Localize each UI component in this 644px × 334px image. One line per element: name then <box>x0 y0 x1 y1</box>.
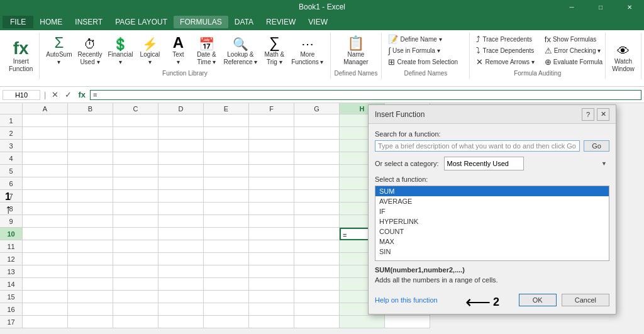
cell-A2[interactable] <box>23 127 68 140</box>
cell-C9[interactable] <box>113 215 158 228</box>
dialog-close-btn[interactable]: ✕ <box>597 108 609 121</box>
cell-B7[interactable] <box>68 190 113 203</box>
cell-G3[interactable] <box>294 140 340 152</box>
row-num-10[interactable]: 10 <box>0 228 23 240</box>
menu-file[interactable]: FILE <box>3 16 33 28</box>
cell-E7[interactable] <box>204 190 249 203</box>
cell-B5[interactable] <box>68 165 113 177</box>
cancel-formula-icon[interactable]: ✕ <box>50 89 60 100</box>
cell-C6[interactable] <box>113 177 158 190</box>
cell-F8[interactable] <box>249 203 294 215</box>
func-item-sin[interactable]: SIN <box>375 247 609 257</box>
row-num-5[interactable]: 5 <box>0 165 23 177</box>
cell-D10[interactable] <box>158 228 204 240</box>
func-item-if[interactable]: IF <box>375 206 609 216</box>
cell-F1[interactable] <box>249 114 294 127</box>
row-num-2[interactable]: 2 <box>0 127 23 140</box>
remove-arrows-btn[interactable]: ✕ Remove Arrows ▾ <box>474 57 536 67</box>
watch-window-btn[interactable]: 👁 WatchWindow <box>609 43 637 74</box>
use-in-formula-btn[interactable]: ∫ Use in Formula ▾ <box>386 45 465 56</box>
cell-E4[interactable] <box>204 152 249 165</box>
cell-D3[interactable] <box>158 140 204 152</box>
math-trig-btn[interactable]: ∑ Math &Trig ▾ <box>260 34 288 67</box>
trace-dependents-btn[interactable]: ⤵ Trace Dependents <box>474 45 536 56</box>
cell-E5[interactable] <box>204 165 249 177</box>
cell-C5[interactable] <box>113 165 158 177</box>
go-button[interactable]: Go <box>584 140 609 152</box>
row-num-11[interactable]: 11 <box>0 240 23 253</box>
cell-G5[interactable] <box>294 165 340 177</box>
cell-B4[interactable] <box>68 152 113 165</box>
menu-view[interactable]: VIEW <box>302 16 334 28</box>
row-num-6[interactable]: 6 <box>0 177 23 190</box>
row-num-12[interactable]: 12 <box>0 253 23 265</box>
cell-C1[interactable] <box>113 114 158 127</box>
cell-D2[interactable] <box>158 127 204 140</box>
cell-E6[interactable] <box>204 177 249 190</box>
cell-A9[interactable] <box>23 215 68 228</box>
financial-btn[interactable]: 💲 Financial▾ <box>105 36 135 67</box>
cell-E8[interactable] <box>204 203 249 215</box>
cell-G4[interactable] <box>294 152 340 165</box>
cell-A3[interactable] <box>23 140 68 152</box>
row-num-17[interactable]: 17 <box>0 316 23 328</box>
formula-input[interactable] <box>90 90 641 100</box>
name-manager-btn[interactable]: 📋 NameManager <box>341 35 370 67</box>
row-num-7[interactable]: 7 <box>0 190 23 203</box>
cell-C7[interactable] <box>113 190 158 203</box>
trace-precedents-btn[interactable]: ⤴ Trace Precedents <box>474 34 536 45</box>
col-header-D[interactable]: D <box>158 103 204 114</box>
col-header-C[interactable]: C <box>113 103 158 114</box>
cell-F2[interactable] <box>249 127 294 140</box>
autosum-btn[interactable]: Σ AutoSum▾ <box>43 34 74 67</box>
cell-E1[interactable] <box>204 114 249 127</box>
cell-A10[interactable] <box>23 228 68 240</box>
help-link[interactable]: Help on this function <box>375 296 438 304</box>
logical-btn[interactable]: ⚡ Logical▾ <box>136 36 164 67</box>
lookup-ref-btn[interactable]: 🔍 Lookup &Reference ▾ <box>221 36 260 67</box>
cell-D6[interactable] <box>158 177 204 190</box>
col-header-G[interactable]: G <box>294 103 340 114</box>
cell-F9[interactable] <box>249 215 294 228</box>
cell-F10[interactable] <box>249 228 294 240</box>
row-num-15[interactable]: 15 <box>0 291 23 303</box>
confirm-formula-icon[interactable]: ✓ <box>63 89 74 100</box>
cell-C8[interactable] <box>113 203 158 215</box>
cell-B9[interactable] <box>68 215 113 228</box>
cell-B3[interactable] <box>68 140 113 152</box>
insert-function-btn[interactable]: fx InsertFunction <box>6 38 35 74</box>
cell-B6[interactable] <box>68 177 113 190</box>
cell-A4[interactable] <box>23 152 68 165</box>
show-formulas-btn[interactable]: fx Show Formulas <box>542 34 605 45</box>
cell-E2[interactable] <box>204 127 249 140</box>
error-checking-btn[interactable]: ⚠ Error Checking ▾ <box>542 45 605 56</box>
row-num-13[interactable]: 13 <box>0 265 23 278</box>
row-num-8[interactable]: 8 <box>0 203 23 215</box>
menu-formulas[interactable]: FORMULAS <box>174 16 228 28</box>
row-num-14[interactable]: 14 <box>0 278 23 291</box>
cell-B1[interactable] <box>68 114 113 127</box>
cell-F6[interactable] <box>249 177 294 190</box>
cell-E10[interactable] <box>204 228 249 240</box>
menu-review[interactable]: REVIEW <box>260 16 302 28</box>
cell-F3[interactable] <box>249 140 294 152</box>
menu-data[interactable]: DATA <box>228 16 260 28</box>
cell-D4[interactable] <box>158 152 204 165</box>
recently-used-btn[interactable]: ⏱ RecentlyUsed ▾ <box>75 36 105 67</box>
cell-G2[interactable] <box>294 127 340 140</box>
cell-F4[interactable] <box>249 152 294 165</box>
cell-reference-input[interactable] <box>3 90 40 100</box>
row-num-4[interactable]: 4 <box>0 152 23 165</box>
cell-G1[interactable] <box>294 114 340 127</box>
col-header-B[interactable]: B <box>68 103 113 114</box>
menu-home[interactable]: HOME <box>33 16 69 28</box>
cell-A8[interactable] <box>23 203 68 215</box>
define-name-btn[interactable]: 📝 Define Name ▾ <box>386 34 465 45</box>
cell-A7[interactable] <box>23 190 68 203</box>
create-selection-btn[interactable]: ⊞ OK Create from Selection <box>386 57 465 67</box>
category-select[interactable]: Most Recently Used All Financial Date & … <box>444 157 524 170</box>
cell-A5[interactable] <box>23 165 68 177</box>
cancel-button[interactable]: Cancel <box>562 294 609 306</box>
cell-C4[interactable] <box>113 152 158 165</box>
evaluate-formula-btn[interactable]: ⊕ Evaluate Formula <box>542 57 605 67</box>
